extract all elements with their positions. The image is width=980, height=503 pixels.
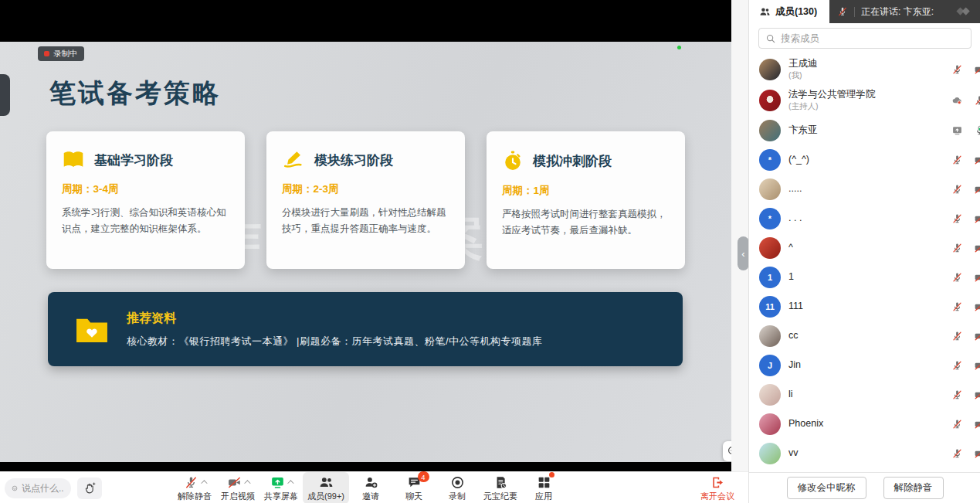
speaking-text: 正在讲话: 卞东亚: (861, 5, 949, 19)
recording-badge: 录制中 (38, 46, 84, 61)
avatar-initial: J (768, 361, 772, 370)
avatar (759, 90, 781, 111)
toolbar-item-label: 邀请 (362, 491, 379, 502)
member-row[interactable]: ..... (749, 175, 980, 204)
apps-icon (537, 475, 551, 490)
message-input[interactable] (22, 483, 64, 494)
card-period: 周期：1周 (502, 184, 670, 198)
caret-up-icon[interactable] (244, 480, 250, 486)
slide-title: 笔试备考策略 (49, 76, 221, 111)
camera-muted-icon (974, 243, 980, 254)
member-row[interactable]: ^ (749, 233, 980, 263)
member-status-icons (951, 64, 980, 76)
toolbar-item-leave[interactable]: 离开会议 (696, 472, 739, 503)
camera-muted-icon (974, 184, 980, 195)
notification-dot (549, 472, 554, 478)
members-panel: 成员(130) 正在讲话: 卞东亚: 王成迪(我)法学与公共管理学院(主持人)卞… (748, 0, 980, 503)
avatar (759, 59, 781, 80)
card-period: 周期：2-3周 (282, 182, 449, 196)
member-row[interactable]: cc (749, 321, 980, 351)
members-icon (319, 475, 334, 490)
tab-members[interactable]: 成员(130) (749, 0, 829, 23)
member-search-box[interactable] (758, 28, 972, 49)
toolbar-item-apps[interactable]: 应用 (522, 472, 565, 503)
recommended-materials-banner: 推荐资料 核心教材：《银行招聘考试一本通》 |刷题必备：历年考试真题、粉笔/中公… (48, 292, 683, 366)
member-row[interactable]: *. . . (749, 204, 980, 233)
search-members-input[interactable] (781, 33, 965, 44)
camera-muted-icon (974, 301, 980, 313)
recording-label: 录制中 (53, 49, 78, 59)
mic-muted-icon (837, 6, 848, 17)
member-name: ..... (788, 183, 802, 195)
member-status-icons (951, 272, 980, 284)
member-name: vv (788, 447, 799, 460)
mic-muted-icon (951, 389, 963, 401)
change-nickname-button[interactable]: 修改会中昵称 (787, 477, 866, 499)
member-row[interactable]: 11 (749, 263, 980, 292)
member-name: 王成迪 (788, 58, 818, 70)
member-row[interactable]: 法学与公共管理学院(主持人) (749, 85, 980, 116)
toolbar-item-label: 成员(99+) (307, 491, 344, 502)
camera-muted-icon (227, 475, 242, 490)
quick-message-box[interactable] (5, 478, 71, 498)
card-desc: 分模块进行大量刷题，针对性总结解题技巧，重点提升答题正确率与速度。 (282, 205, 449, 236)
toolbar-item-mic-muted[interactable]: 解除静音 (173, 472, 216, 503)
mic-muted-icon (951, 419, 963, 430)
mic-muted-icon (184, 475, 198, 490)
member-row[interactable]: li (749, 380, 980, 410)
smiley-icon[interactable] (12, 483, 18, 494)
member-name: cc (788, 330, 799, 342)
member-name: 111 (788, 301, 803, 313)
mic-active-icon (974, 125, 980, 137)
toolbar-item-screen-share[interactable]: 共享屏幕 (259, 472, 303, 503)
invite-icon (364, 475, 378, 490)
member-row[interactable]: JJin (749, 351, 980, 380)
member-name: . . . (788, 212, 802, 225)
avatar (759, 237, 781, 259)
member-name: Phoenix (788, 418, 823, 430)
toolbar-item-chat[interactable]: 4聊天 (392, 472, 436, 503)
unmute-button[interactable]: 解除静音 (883, 477, 944, 499)
toolbar-item-label: 录制 (449, 491, 466, 502)
member-row[interactable]: 卞东亚 (749, 116, 980, 145)
member-row[interactable]: 11111 (749, 292, 980, 321)
avatar (759, 413, 781, 435)
caret-up-icon[interactable] (201, 480, 207, 486)
card-title: 模拟冲刺阶段 (533, 152, 612, 170)
card-desc: 系统学习行测、综合知识和英语核心知识点，建立完整的知识框架体系。 (62, 205, 229, 236)
member-status-icons (951, 155, 980, 166)
member-list[interactable]: 王成迪(我)法学与公共管理学院(主持人)卞东亚*(^_^).....*. . .… (749, 54, 980, 472)
toolbar-item-notes[interactable]: 元宝纪要 (479, 472, 522, 503)
toolbar-item-invite[interactable]: 邀请 (349, 472, 392, 503)
toolbar-item-camera-muted[interactable]: 开启视频 (216, 472, 259, 503)
camera-muted-icon (974, 360, 980, 372)
avatar: 11 (759, 296, 781, 318)
avatar-initial: 1 (768, 273, 772, 282)
toolbar-item-record[interactable]: 录制 (436, 472, 479, 503)
member-status-icons (951, 419, 980, 430)
member-status-icons (951, 360, 980, 372)
toolbar-item-members[interactable]: 成员(99+) (303, 472, 349, 503)
book-icon (62, 150, 85, 170)
left-panel-handle[interactable] (0, 74, 10, 116)
camera-muted-icon (974, 272, 980, 284)
panel-gap: ‹ (731, 0, 748, 471)
member-name: Jin (788, 359, 801, 372)
collapse-panel-handle[interactable]: ‹ (738, 236, 749, 270)
member-row[interactable]: Phoenix (749, 410, 980, 439)
member-row[interactable]: 王成迪(我) (749, 54, 980, 85)
card-sprint-stage: 模拟冲刺阶段 周期：1周 严格按照考试时间进行整套真题模拟，适应考试节奏，最后查… (487, 131, 685, 269)
mic-muted-icon (951, 331, 963, 342)
toolbar-item-label: 解除静音 (178, 491, 212, 502)
raise-hand-button[interactable] (77, 478, 102, 499)
member-status-icons (951, 95, 980, 107)
camera-muted-icon (974, 448, 980, 460)
caret-up-icon[interactable] (287, 480, 293, 486)
member-status-icons (951, 125, 980, 137)
members-panel-footer: 修改会中昵称 解除静音 (749, 472, 980, 503)
member-row[interactable]: *(^_^) (749, 145, 980, 175)
member-row[interactable]: vv (749, 439, 980, 468)
avatar: * (759, 208, 781, 229)
avatar: 1 (759, 267, 781, 288)
avatar (759, 443, 781, 464)
